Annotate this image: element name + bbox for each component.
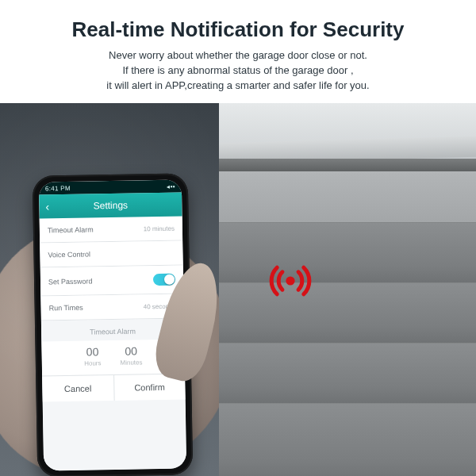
subtext-line: Never worry about whether the garage doo… (109, 49, 367, 61)
picker-hours[interactable]: 00 Hours (84, 345, 102, 367)
status-icons: ◂▪▪ (167, 182, 175, 190)
cancel-button[interactable]: Cancel (42, 375, 114, 402)
row-label: Voice Control (48, 250, 90, 259)
door-panel (219, 282, 476, 344)
soffit (219, 159, 476, 171)
door-panel (219, 343, 476, 405)
svg-point-0 (286, 276, 294, 285)
door-panel (219, 222, 476, 284)
subtext-line: If there is any abnormal status of the g… (122, 64, 353, 76)
row-value: 10 minutes (144, 225, 175, 232)
headline: Real-time Notification for Security (0, 0, 476, 48)
app-bar: ‹ Settings (39, 192, 182, 218)
row-timeout-alarm[interactable]: Timeout Alarm 10 minutes (40, 216, 183, 243)
picker-hours-label: Hours (84, 359, 101, 367)
status-time: 6:41 PM (45, 184, 71, 192)
picker-minutes-label: Minutes (120, 359, 142, 366)
row-label: Set Password (48, 277, 93, 286)
alert-signal-icon (268, 259, 313, 303)
photo-right-garage (219, 103, 476, 476)
picker-minutes[interactable]: 00 Minutes (120, 344, 142, 366)
row-label: Timeout Alarm (48, 225, 94, 234)
toggle-switch-on[interactable] (153, 274, 175, 286)
picker-minutes-value: 00 (125, 344, 137, 357)
back-icon[interactable]: ‹ (45, 200, 49, 213)
door-panel (219, 403, 476, 476)
scene: 6:41 PM ◂▪▪ ‹ Settings Timeout Alarm 10 … (0, 103, 476, 476)
picker-hours-value: 00 (86, 345, 99, 358)
row-set-password[interactable]: Set Password (40, 265, 184, 296)
app-title: Settings (94, 200, 129, 212)
wall (219, 171, 476, 222)
photo-left-hand-phone: 6:41 PM ◂▪▪ ‹ Settings Timeout Alarm 10 … (0, 103, 219, 476)
picker-buttons: Cancel Confirm (42, 373, 186, 401)
subtext: Never worry about whether the garage doo… (0, 48, 476, 106)
row-run-times[interactable]: Run Times 40 seconds (40, 294, 184, 321)
garage-door (219, 222, 476, 476)
row-label: Run Times (49, 304, 83, 313)
subtext-line: it will alert in APP,creating a smarter … (106, 79, 369, 91)
row-voice-control[interactable]: Voice Control (40, 240, 183, 267)
promo-page: Real-time Notification for Security Neve… (0, 0, 476, 476)
